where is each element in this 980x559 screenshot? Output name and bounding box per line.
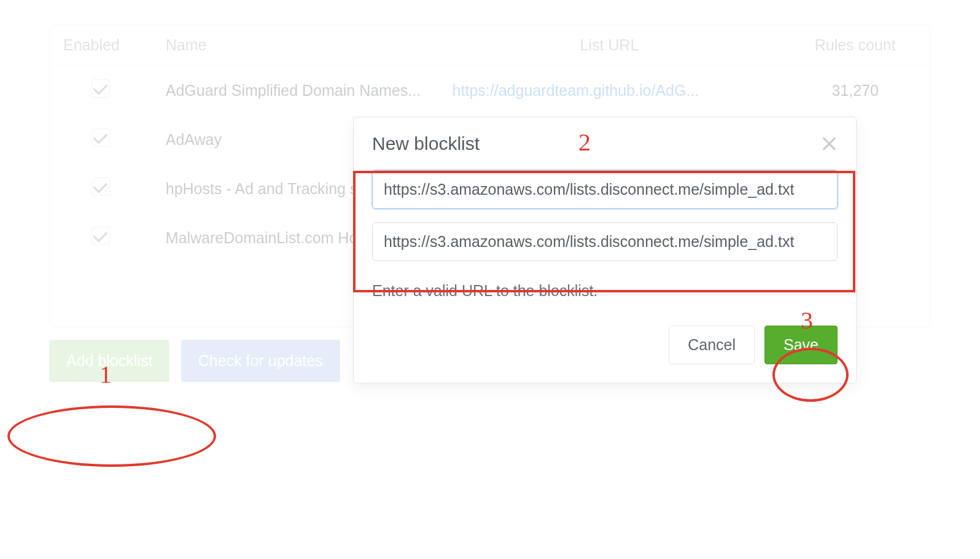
modal-title: New blocklist: [372, 133, 480, 154]
cancel-button[interactable]: Cancel: [669, 326, 755, 364]
blocklist-name-input[interactable]: [372, 170, 838, 209]
modal-helper-text: Enter a valid URL to the blocklist.: [354, 278, 856, 312]
new-blocklist-modal: New blocklist Enter a valid URL to the b…: [353, 117, 857, 383]
close-icon[interactable]: [820, 135, 838, 152]
save-button[interactable]: Save: [764, 326, 838, 364]
blocklist-url-input[interactable]: [372, 222, 838, 261]
